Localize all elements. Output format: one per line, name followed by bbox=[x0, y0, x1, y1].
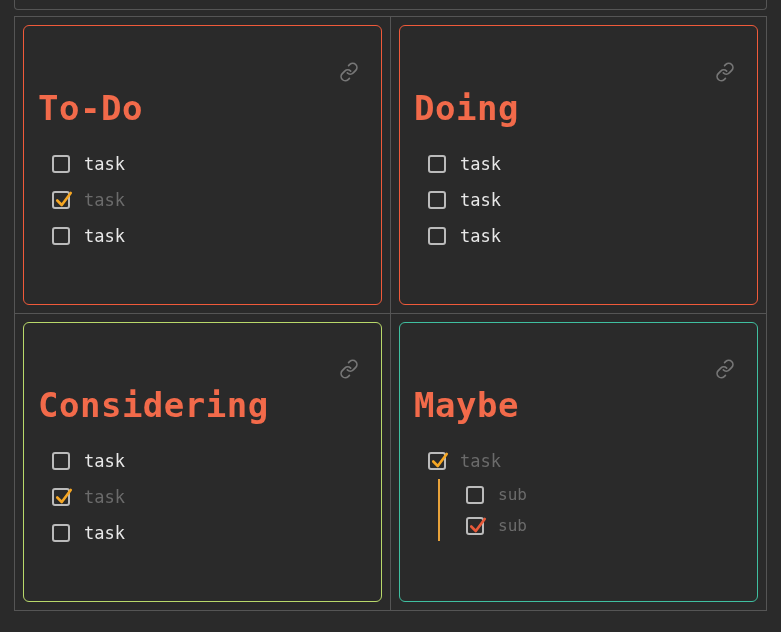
card-title: Doing bbox=[414, 88, 743, 128]
task-label: task bbox=[460, 154, 501, 174]
task-label: task bbox=[460, 451, 501, 471]
list-item: task bbox=[52, 443, 367, 479]
cell-doing: Doing task task task bbox=[391, 17, 767, 314]
card-title: Considering bbox=[38, 385, 367, 425]
list-item: task bbox=[52, 479, 367, 515]
cell-todo: To-Do task task task bbox=[15, 17, 391, 314]
list-item: task bbox=[52, 182, 367, 218]
cell-maybe: Maybe task sub bbox=[391, 314, 767, 611]
checkbox[interactable] bbox=[428, 452, 446, 470]
list-item: sub bbox=[466, 479, 743, 510]
checkbox[interactable] bbox=[428, 155, 446, 173]
card-maybe: Maybe task sub bbox=[399, 322, 758, 602]
card-title: To-Do bbox=[38, 88, 367, 128]
checkbox[interactable] bbox=[466, 486, 484, 504]
link-icon[interactable] bbox=[339, 62, 359, 82]
task-label: task bbox=[460, 190, 501, 210]
link-icon[interactable] bbox=[715, 359, 735, 379]
subtask-list: sub sub bbox=[438, 479, 743, 541]
checkmark-icon bbox=[55, 188, 73, 210]
task-label: task bbox=[84, 226, 125, 246]
card-todo: To-Do task task task bbox=[23, 25, 382, 305]
checkbox[interactable] bbox=[428, 227, 446, 245]
link-icon[interactable] bbox=[339, 359, 359, 379]
checkmark-icon bbox=[469, 514, 487, 536]
task-list: task task task bbox=[38, 443, 367, 551]
task-label: task bbox=[84, 190, 125, 210]
task-list: task task task bbox=[38, 146, 367, 254]
checkmark-icon bbox=[431, 449, 449, 471]
checkbox[interactable] bbox=[466, 517, 484, 535]
list-item: task bbox=[428, 218, 743, 254]
list-item: task bbox=[52, 218, 367, 254]
checkbox[interactable] bbox=[52, 155, 70, 173]
checkbox[interactable] bbox=[52, 488, 70, 506]
card-doing: Doing task task task bbox=[399, 25, 758, 305]
task-label: task bbox=[460, 226, 501, 246]
board-grid: To-Do task task task bbox=[14, 16, 767, 611]
task-label: task bbox=[84, 451, 125, 471]
checkmark-icon bbox=[55, 485, 73, 507]
list-item: sub bbox=[466, 510, 743, 541]
task-label: task bbox=[84, 523, 125, 543]
header-bar-fragment bbox=[14, 0, 767, 10]
card-considering: Considering task task task bbox=[23, 322, 382, 602]
checkbox[interactable] bbox=[52, 524, 70, 542]
cell-considering: Considering task task task bbox=[15, 314, 391, 611]
list-item: task bbox=[428, 182, 743, 218]
subtask-label: sub bbox=[498, 485, 527, 504]
checkbox[interactable] bbox=[52, 227, 70, 245]
link-icon[interactable] bbox=[715, 62, 735, 82]
list-item: task bbox=[428, 146, 743, 182]
task-list: task sub sub bbox=[414, 443, 743, 541]
subtask-label: sub bbox=[498, 516, 527, 535]
checkbox[interactable] bbox=[428, 191, 446, 209]
card-title: Maybe bbox=[414, 385, 743, 425]
task-list: task task task bbox=[414, 146, 743, 254]
task-label: task bbox=[84, 154, 125, 174]
task-label: task bbox=[84, 487, 125, 507]
checkbox[interactable] bbox=[52, 452, 70, 470]
list-item: task sub sub bbox=[428, 443, 743, 541]
list-item: task bbox=[52, 146, 367, 182]
list-item: task bbox=[52, 515, 367, 551]
checkbox[interactable] bbox=[52, 191, 70, 209]
